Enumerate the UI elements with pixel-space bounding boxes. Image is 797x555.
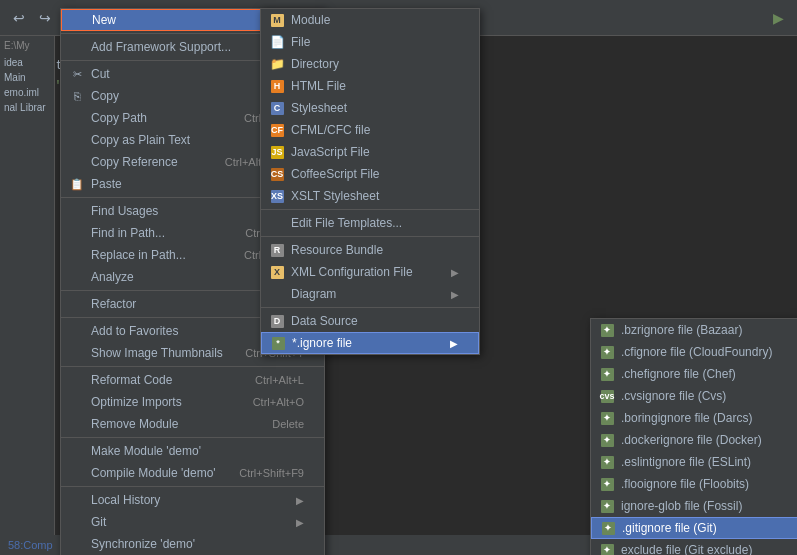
git-exclude[interactable]: ✦ exclude file (Git exclude) — [591, 539, 797, 555]
new-ignore-file[interactable]: * *.ignore file ▶ — [261, 332, 479, 354]
datasource-label: Data Source — [291, 314, 459, 328]
eslintignore[interactable]: ✦ .eslintignore file (ESLint) — [591, 451, 797, 473]
rb-icon-box: R — [271, 244, 284, 257]
diagram-label: Diagram — [291, 287, 443, 301]
module-label: Module — [291, 13, 459, 27]
exclude-icon-box: ✦ — [601, 544, 614, 556]
diagram-arrow: ▶ — [451, 289, 459, 300]
bzr-icon-box: ✦ — [601, 324, 614, 337]
glob-icon-box: ✦ — [601, 500, 614, 513]
find-path-icon — [69, 225, 85, 241]
copy-plain-icon — [69, 132, 85, 148]
new-css[interactable]: C Stylesheet — [261, 97, 479, 119]
module-icon: M — [269, 12, 285, 28]
history-arrow: ▶ — [296, 495, 304, 506]
reformat-icon — [69, 372, 85, 388]
history-label: Local History — [91, 493, 288, 507]
cvsignore[interactable]: cvs .cvsignore file (Cvs) — [591, 385, 797, 407]
chef-icon: ✦ — [599, 366, 615, 382]
reformat-shortcut: Ctrl+Alt+L — [255, 374, 304, 386]
datasource-icon: D — [269, 313, 285, 329]
html-label: HTML File — [291, 79, 459, 93]
new-xslt[interactable]: XS XSLT Stylesheet — [261, 185, 479, 207]
boring-icon-box: ✦ — [601, 412, 614, 425]
compile-label: Compile Module 'demo' — [91, 466, 219, 480]
js-icon-box: JS — [271, 146, 284, 159]
gitignore-item[interactable]: ✦ .gitignore file (Git) — [591, 517, 797, 539]
git-ig-icon: ✦ — [600, 520, 616, 536]
copy-path-icon — [69, 110, 85, 126]
make-icon — [69, 443, 85, 459]
flooignore[interactable]: ✦ .flooignore file (Floobits) — [591, 473, 797, 495]
copy-icon: ⎘ — [69, 88, 85, 104]
thumbnails-icon — [69, 345, 85, 361]
ignore-glob[interactable]: ✦ ignore-glob file (Fossil) — [591, 495, 797, 517]
docker-icon: ✦ — [599, 432, 615, 448]
new-module[interactable]: M Module — [261, 9, 479, 31]
context-optimize[interactable]: Optimize Imports Ctrl+Alt+O — [61, 391, 324, 413]
dir-icon: 📁 — [269, 56, 285, 72]
git-arrow: ▶ — [296, 517, 304, 528]
boringignore[interactable]: ✦ .boringignore file (Darcs) — [591, 407, 797, 429]
copy-ref-label: Copy Reference — [91, 155, 205, 169]
copy-ref-icon — [69, 154, 85, 170]
ignore-label: *.ignore file — [292, 336, 442, 350]
cut-label: Cut — [91, 67, 253, 81]
context-git[interactable]: Git ▶ — [61, 511, 324, 533]
coffee-icon-box: CS — [271, 168, 284, 181]
remove-shortcut: Delete — [272, 418, 304, 430]
cvs-icon: cvs — [599, 388, 615, 404]
sync-label: Synchronize 'demo' — [91, 537, 304, 551]
ignore-arrow: ▶ — [450, 338, 458, 349]
refactor-label: Refactor — [91, 297, 288, 311]
submenu-new: M Module 📄 File 📁 Directory H HTML File … — [260, 8, 480, 355]
new-label: New — [92, 13, 287, 27]
context-local-history[interactable]: Local History ▶ — [61, 489, 324, 511]
copy-path-label: Copy Path — [91, 111, 224, 125]
glob-icon: ✦ — [599, 498, 615, 514]
new-html[interactable]: H HTML File — [261, 75, 479, 97]
new-js[interactable]: JS JavaScript File — [261, 141, 479, 163]
context-synchronize[interactable]: Synchronize 'demo' — [61, 533, 324, 555]
new-xml-config[interactable]: X XML Configuration File ▶ — [261, 261, 479, 283]
floo-icon: ✦ — [599, 476, 615, 492]
directory-label: Directory — [291, 57, 459, 71]
separator-8 — [61, 486, 324, 487]
new-sep-1 — [261, 209, 479, 210]
diagram-icon — [269, 286, 285, 302]
new-diagram[interactable]: Diagram ▶ — [261, 283, 479, 305]
cf-ig-icon: ✦ — [599, 344, 615, 360]
file-label: File — [291, 35, 459, 49]
cfml-label: CFML/CFC file — [291, 123, 459, 137]
templates-icon — [269, 215, 285, 231]
js-icon: JS — [269, 144, 285, 160]
boring-icon: ✦ — [599, 410, 615, 426]
xml-icon-box: X — [271, 266, 284, 279]
bzrignore[interactable]: ✦ .bzrignore file (Bazaar) — [591, 319, 797, 341]
cfml-icon: CF — [269, 122, 285, 138]
context-compile-module[interactable]: Compile Module 'demo' Ctrl+Shift+F9 — [61, 462, 324, 484]
find-icon — [69, 203, 85, 219]
new-coffee[interactable]: CS CoffeeScript File — [261, 163, 479, 185]
new-resource-bundle[interactable]: R Resource Bundle — [261, 239, 479, 261]
dockerignore[interactable]: ✦ .dockerignore file (Docker) — [591, 429, 797, 451]
newfile-icon: 📄 — [269, 34, 285, 50]
optimize-label: Optimize Imports — [91, 395, 233, 409]
context-reformat[interactable]: Reformat Code Ctrl+Alt+L — [61, 369, 324, 391]
docker-label: .dockerignore file (Docker) — [621, 433, 779, 447]
eslint-icon: ✦ — [599, 454, 615, 470]
new-directory[interactable]: 📁 Directory — [261, 53, 479, 75]
new-data-source[interactable]: D Data Source — [261, 310, 479, 332]
chefignore[interactable]: ✦ .chefignore file (Chef) — [591, 363, 797, 385]
exclude-icon: ✦ — [599, 542, 615, 555]
context-make-module[interactable]: Make Module 'demo' — [61, 440, 324, 462]
framework-icon — [69, 39, 85, 55]
cfignore[interactable]: ✦ .cfignore file (CloudFoundry) — [591, 341, 797, 363]
xml-icon: X — [269, 264, 285, 280]
new-file[interactable]: 📄 File — [261, 31, 479, 53]
context-remove-module[interactable]: Remove Module Delete — [61, 413, 324, 435]
edit-templates[interactable]: Edit File Templates... — [261, 212, 479, 234]
new-cfml[interactable]: CF CFML/CFC file — [261, 119, 479, 141]
chef-icon-box: ✦ — [601, 368, 614, 381]
separator-7 — [61, 437, 324, 438]
